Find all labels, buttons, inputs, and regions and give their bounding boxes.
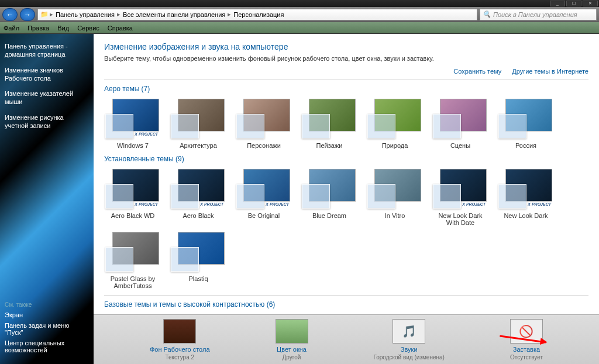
section-basic[interactable]: Базовые темы и темы с высокой контрастно… bbox=[104, 300, 588, 308]
close-button[interactable]: ✕ bbox=[583, 1, 598, 6]
menu-service[interactable]: Сервис bbox=[77, 25, 99, 32]
theme-thumb bbox=[104, 231, 160, 273]
theme-item[interactable]: Природа bbox=[366, 98, 424, 149]
breadcrumb-seg[interactable]: Все элементы панели управления bbox=[122, 11, 226, 18]
background-icon bbox=[163, 319, 196, 344]
theme-thumb: X PROJECT bbox=[104, 98, 160, 140]
sidebar-link-home[interactable]: Панель управления - домашняя страница bbox=[5, 42, 89, 59]
footer-color[interactable]: Цвет окна Другой bbox=[276, 319, 308, 360]
theme-label: In Vitro bbox=[366, 212, 424, 219]
forward-button[interactable]: → bbox=[20, 8, 35, 21]
search-placeholder: Поиск в Панели управления bbox=[493, 11, 577, 18]
theme-glass bbox=[105, 184, 133, 209]
sidebar-link-ease[interactable]: Центр специальных возможностей bbox=[5, 339, 89, 353]
xproject-tag: X PROJECT bbox=[200, 202, 223, 206]
theme-thumb bbox=[301, 168, 357, 210]
online-themes-link[interactable]: Другие темы в Интернете bbox=[512, 68, 588, 75]
theme-item[interactable]: Pastel Glass by AmberTutoss bbox=[104, 231, 161, 289]
sound-icon: 🎵 bbox=[393, 319, 425, 344]
menu-edit[interactable]: Правка bbox=[27, 25, 49, 32]
xproject-tag: X PROJECT bbox=[135, 132, 158, 136]
titlebar: _ ☐ ✕ bbox=[0, 0, 599, 7]
sidebar-link-taskbar[interactable]: Панель задач и меню "Пуск" bbox=[5, 322, 89, 336]
footer-bg-sub: Текстура 2 bbox=[150, 354, 210, 360]
theme-thumb bbox=[301, 98, 357, 140]
sidebar-link-account[interactable]: Изменение рисунка учетной записи bbox=[5, 113, 89, 130]
theme-item[interactable]: Plastiq bbox=[170, 231, 227, 289]
theme-label: New Look Dark bbox=[497, 212, 555, 219]
maximize-button[interactable]: ☐ bbox=[566, 1, 581, 6]
footer: Фон Рабочего стола Текстура 2 Цвет окна … bbox=[94, 314, 599, 364]
chevron-right-icon: ▸ bbox=[50, 11, 53, 18]
menu-bar: Файл Правка Вид Сервис Справка bbox=[0, 22, 599, 34]
menu-help[interactable]: Справка bbox=[108, 25, 133, 32]
footer-sound-label: Звуки bbox=[374, 346, 445, 353]
chevron-right-icon: ▸ bbox=[228, 11, 231, 18]
theme-thumb: X PROJECT bbox=[104, 168, 160, 210]
menu-view[interactable]: Вид bbox=[57, 25, 69, 32]
footer-saver-label: Заставка bbox=[510, 346, 543, 353]
sidebar-link-icons[interactable]: Изменение значков Рабочего стола bbox=[5, 66, 89, 83]
search-input[interactable]: 🔍 Поиск в Панели управления bbox=[480, 9, 597, 20]
theme-item[interactable]: X PROJECTWindows 7 bbox=[104, 98, 161, 149]
color-icon bbox=[276, 319, 308, 344]
theme-label: Pastel Glass by AmberTutoss bbox=[104, 275, 161, 289]
main: Изменение изображения и звука на компьют… bbox=[94, 34, 599, 364]
theme-label: Природа bbox=[366, 142, 424, 149]
theme-glass bbox=[236, 184, 264, 209]
breadcrumb-seg[interactable]: Панель управления bbox=[54, 11, 116, 18]
theme-glass bbox=[236, 114, 264, 138]
back-button[interactable]: ← bbox=[2, 8, 18, 21]
footer-sound-sub: Городской вид (изменена) bbox=[374, 354, 445, 360]
theme-glass bbox=[433, 184, 461, 209]
theme-label: Blue Dream bbox=[301, 212, 358, 219]
window-controls: _ ☐ ✕ bbox=[550, 1, 598, 6]
theme-glass bbox=[105, 114, 133, 138]
section-installed: Установленные темы (9) bbox=[104, 155, 588, 163]
theme-label: Архитектура bbox=[170, 142, 227, 149]
body: Панель управления - домашняя страница Из… bbox=[0, 34, 599, 364]
sidebar-bottom: См. также Экран Панель задач и меню "Пус… bbox=[5, 301, 89, 357]
theme-item[interactable]: Сцены bbox=[432, 98, 489, 149]
theme-item[interactable]: In Vitro bbox=[366, 168, 424, 226]
section-aero: Аеро темы (7) bbox=[104, 85, 588, 93]
search-icon: 🔍 bbox=[483, 11, 491, 18]
sidebar-heading: См. также bbox=[5, 301, 89, 308]
theme-thumb bbox=[432, 98, 488, 140]
sidebar: Панель управления - домашняя страница Из… bbox=[0, 34, 94, 364]
theme-thumb: X PROJECT bbox=[432, 168, 488, 210]
theme-item[interactable]: Россия bbox=[497, 98, 555, 149]
breadcrumb-seg[interactable]: Персонализация bbox=[232, 11, 285, 18]
content: Изменение изображения и звука на компьют… bbox=[94, 34, 599, 314]
theme-label: Plastiq bbox=[170, 275, 227, 282]
breadcrumb[interactable]: 📁 ▸ Панель управления ▸ Все элементы пан… bbox=[37, 9, 477, 20]
theme-item[interactable]: X PROJECTBe Original bbox=[235, 168, 292, 226]
theme-glass bbox=[302, 114, 330, 138]
footer-sound[interactable]: 🎵 Звуки Городской вид (изменена) bbox=[374, 319, 445, 360]
theme-label: Aero Black WD bbox=[104, 212, 161, 219]
theme-label: Россия bbox=[497, 142, 555, 149]
theme-glass bbox=[171, 114, 199, 138]
theme-glass bbox=[171, 184, 199, 209]
theme-label: Сцены bbox=[432, 142, 489, 149]
xproject-tag: X PROJECT bbox=[462, 202, 486, 206]
theme-item[interactable]: X PROJECTNew Look Dark bbox=[497, 168, 555, 226]
footer-background[interactable]: Фон Рабочего стола Текстура 2 bbox=[150, 319, 210, 360]
theme-item[interactable]: X PROJECTAero Black WD bbox=[104, 168, 161, 226]
theme-item[interactable]: Blue Dream bbox=[301, 168, 358, 226]
sidebar-link-screen[interactable]: Экран bbox=[5, 311, 89, 318]
divider bbox=[104, 295, 588, 296]
theme-item[interactable]: X PROJECTNew Look Dark With Date bbox=[432, 168, 489, 226]
save-theme-link[interactable]: Сохранить тему bbox=[453, 68, 501, 75]
theme-item[interactable]: Архитектура bbox=[170, 98, 227, 149]
theme-item[interactable]: X PROJECTAero Black bbox=[170, 168, 227, 226]
divider bbox=[104, 79, 588, 80]
theme-label: Aero Black bbox=[170, 212, 227, 219]
sidebar-link-pointers[interactable]: Изменение указателей мыши bbox=[5, 89, 89, 106]
page-title: Изменение изображения и звука на компьют… bbox=[104, 42, 588, 51]
theme-item[interactable]: Персонажи bbox=[235, 98, 292, 149]
chevron-right-icon: ▸ bbox=[117, 11, 121, 18]
menu-file[interactable]: Файл bbox=[4, 25, 19, 32]
minimize-button[interactable]: _ bbox=[550, 1, 565, 6]
theme-item[interactable]: Пейзажи bbox=[301, 98, 358, 149]
